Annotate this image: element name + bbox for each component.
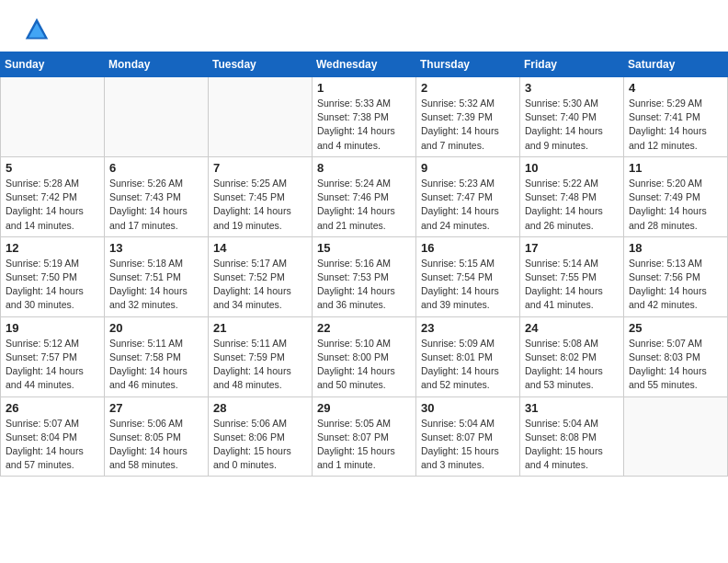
day-number: 28: [213, 401, 307, 415]
calendar-cell: 5Sunrise: 5:28 AMSunset: 7:42 PMDaylight…: [1, 156, 105, 236]
calendar-cell: 30Sunrise: 5:04 AMSunset: 8:07 PMDayligh…: [416, 396, 520, 477]
day-number: 25: [629, 321, 722, 335]
day-info: Sunrise: 5:23 AMSunset: 7:47 PMDaylight:…: [421, 177, 515, 233]
weekday-header-thursday: Thursday: [416, 52, 520, 77]
day-number: 7: [213, 161, 307, 175]
logo: [22, 17, 50, 42]
day-number: 20: [109, 321, 203, 335]
day-number: 31: [525, 401, 619, 415]
day-number: 11: [629, 161, 722, 175]
calendar-week-row: 1Sunrise: 5:33 AMSunset: 7:38 PMDaylight…: [1, 77, 728, 157]
day-info: Sunrise: 5:06 AMSunset: 8:05 PMDaylight:…: [109, 417, 203, 473]
calendar-cell: [209, 77, 313, 157]
day-number: 17: [525, 241, 619, 255]
calendar-cell: 12Sunrise: 5:19 AMSunset: 7:50 PMDayligh…: [1, 236, 105, 316]
day-info: Sunrise: 5:05 AMSunset: 8:07 PMDaylight:…: [317, 417, 411, 473]
day-info: Sunrise: 5:18 AMSunset: 7:51 PMDaylight:…: [109, 257, 203, 313]
day-number: 19: [6, 321, 99, 335]
calendar-week-row: 5Sunrise: 5:28 AMSunset: 7:42 PMDaylight…: [1, 156, 728, 236]
calendar-cell: 3Sunrise: 5:30 AMSunset: 7:40 PMDaylight…: [520, 77, 624, 157]
day-info: Sunrise: 5:11 AMSunset: 7:59 PMDaylight:…: [213, 337, 307, 393]
day-info: Sunrise: 5:17 AMSunset: 7:52 PMDaylight:…: [213, 257, 307, 313]
day-info: Sunrise: 5:12 AMSunset: 7:57 PMDaylight:…: [6, 337, 99, 393]
day-info: Sunrise: 5:04 AMSunset: 8:07 PMDaylight:…: [421, 417, 515, 473]
day-number: 1: [317, 81, 411, 95]
calendar-cell: 23Sunrise: 5:09 AMSunset: 8:01 PMDayligh…: [416, 316, 520, 396]
calendar-cell: 11Sunrise: 5:20 AMSunset: 7:49 PMDayligh…: [624, 156, 728, 236]
day-number: 2: [421, 81, 515, 95]
weekday-header-row: SundayMondayTuesdayWednesdayThursdayFrid…: [1, 52, 728, 77]
calendar-cell: 18Sunrise: 5:13 AMSunset: 7:56 PMDayligh…: [624, 236, 728, 316]
day-number: 10: [525, 161, 619, 175]
calendar-cell: 21Sunrise: 5:11 AMSunset: 7:59 PMDayligh…: [209, 316, 313, 396]
day-info: Sunrise: 5:10 AMSunset: 8:00 PMDaylight:…: [317, 337, 411, 393]
calendar-cell: 27Sunrise: 5:06 AMSunset: 8:05 PMDayligh…: [105, 396, 209, 477]
logo-icon: [24, 17, 50, 42]
calendar-week-row: 19Sunrise: 5:12 AMSunset: 7:57 PMDayligh…: [1, 316, 728, 396]
weekday-header-sunday: Sunday: [1, 52, 105, 77]
day-info: Sunrise: 5:19 AMSunset: 7:50 PMDaylight:…: [6, 257, 99, 313]
day-number: 8: [317, 161, 411, 175]
day-info: Sunrise: 5:07 AMSunset: 8:04 PMDaylight:…: [6, 417, 99, 473]
calendar-week-row: 26Sunrise: 5:07 AMSunset: 8:04 PMDayligh…: [1, 396, 728, 477]
day-number: 27: [109, 401, 203, 415]
weekday-header-tuesday: Tuesday: [209, 52, 313, 77]
day-number: 16: [421, 241, 515, 255]
day-info: Sunrise: 5:08 AMSunset: 8:02 PMDaylight:…: [525, 337, 619, 393]
calendar-cell: 9Sunrise: 5:23 AMSunset: 7:47 PMDaylight…: [416, 156, 520, 236]
day-number: 14: [213, 241, 307, 255]
calendar-cell: [624, 396, 728, 477]
day-number: 21: [213, 321, 307, 335]
calendar-cell: [105, 77, 209, 157]
day-number: 29: [317, 401, 411, 415]
day-info: Sunrise: 5:24 AMSunset: 7:46 PMDaylight:…: [317, 177, 411, 233]
day-info: Sunrise: 5:06 AMSunset: 8:06 PMDaylight:…: [213, 417, 307, 473]
day-info: Sunrise: 5:07 AMSunset: 8:03 PMDaylight:…: [629, 337, 722, 393]
day-info: Sunrise: 5:33 AMSunset: 7:38 PMDaylight:…: [317, 97, 411, 153]
calendar-cell: 2Sunrise: 5:32 AMSunset: 7:39 PMDaylight…: [416, 77, 520, 157]
day-number: 18: [629, 241, 722, 255]
day-number: 24: [525, 321, 619, 335]
weekday-header-monday: Monday: [105, 52, 209, 77]
weekday-header-wednesday: Wednesday: [313, 52, 416, 77]
calendar-cell: [1, 77, 105, 157]
day-number: 13: [109, 241, 203, 255]
day-info: Sunrise: 5:32 AMSunset: 7:39 PMDaylight:…: [421, 97, 515, 153]
page-header: [0, 0, 728, 52]
day-number: 22: [317, 321, 411, 335]
day-info: Sunrise: 5:22 AMSunset: 7:48 PMDaylight:…: [525, 177, 619, 233]
day-number: 15: [317, 241, 411, 255]
day-info: Sunrise: 5:09 AMSunset: 8:01 PMDaylight:…: [421, 337, 515, 393]
day-number: 12: [6, 241, 99, 255]
calendar-cell: 7Sunrise: 5:25 AMSunset: 7:45 PMDaylight…: [209, 156, 313, 236]
calendar-cell: 26Sunrise: 5:07 AMSunset: 8:04 PMDayligh…: [1, 396, 105, 477]
day-info: Sunrise: 5:13 AMSunset: 7:56 PMDaylight:…: [629, 257, 722, 313]
calendar-cell: 17Sunrise: 5:14 AMSunset: 7:55 PMDayligh…: [520, 236, 624, 316]
day-number: 3: [525, 81, 619, 95]
day-number: 6: [109, 161, 203, 175]
weekday-header-friday: Friday: [520, 52, 624, 77]
calendar-cell: 10Sunrise: 5:22 AMSunset: 7:48 PMDayligh…: [520, 156, 624, 236]
calendar-cell: 4Sunrise: 5:29 AMSunset: 7:41 PMDaylight…: [624, 77, 728, 157]
calendar-cell: 24Sunrise: 5:08 AMSunset: 8:02 PMDayligh…: [520, 316, 624, 396]
calendar-cell: 19Sunrise: 5:12 AMSunset: 7:57 PMDayligh…: [1, 316, 105, 396]
calendar-cell: 8Sunrise: 5:24 AMSunset: 7:46 PMDaylight…: [313, 156, 416, 236]
day-info: Sunrise: 5:26 AMSunset: 7:43 PMDaylight:…: [109, 177, 203, 233]
day-number: 26: [6, 401, 99, 415]
calendar-cell: 29Sunrise: 5:05 AMSunset: 8:07 PMDayligh…: [313, 396, 416, 477]
calendar-cell: 25Sunrise: 5:07 AMSunset: 8:03 PMDayligh…: [624, 316, 728, 396]
calendar-cell: 14Sunrise: 5:17 AMSunset: 7:52 PMDayligh…: [209, 236, 313, 316]
calendar-cell: 28Sunrise: 5:06 AMSunset: 8:06 PMDayligh…: [209, 396, 313, 477]
calendar-cell: 20Sunrise: 5:11 AMSunset: 7:58 PMDayligh…: [105, 316, 209, 396]
calendar-week-row: 12Sunrise: 5:19 AMSunset: 7:50 PMDayligh…: [1, 236, 728, 316]
day-info: Sunrise: 5:14 AMSunset: 7:55 PMDaylight:…: [525, 257, 619, 313]
calendar-cell: 1Sunrise: 5:33 AMSunset: 7:38 PMDaylight…: [313, 77, 416, 157]
day-number: 23: [421, 321, 515, 335]
day-info: Sunrise: 5:15 AMSunset: 7:54 PMDaylight:…: [421, 257, 515, 313]
day-number: 30: [421, 401, 515, 415]
day-info: Sunrise: 5:29 AMSunset: 7:41 PMDaylight:…: [629, 97, 722, 153]
day-number: 4: [629, 81, 722, 95]
day-number: 9: [421, 161, 515, 175]
calendar-cell: 22Sunrise: 5:10 AMSunset: 8:00 PMDayligh…: [313, 316, 416, 396]
calendar-cell: 6Sunrise: 5:26 AMSunset: 7:43 PMDaylight…: [105, 156, 209, 236]
